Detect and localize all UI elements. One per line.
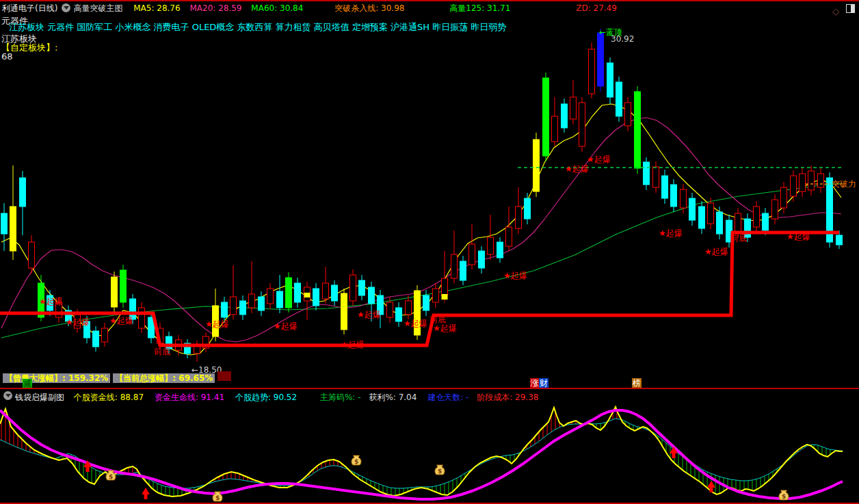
chart-label: ★起爆 bbox=[274, 321, 298, 331]
candle-body bbox=[754, 207, 760, 227]
chart-label: ★起爆 bbox=[39, 297, 63, 306]
gain-stats-row: 【曾最大涨幅】: 159.32%【当前总涨幅】: 69.65% bbox=[3, 371, 234, 383]
candle-body bbox=[350, 275, 356, 301]
chart-label: ★起爆 bbox=[787, 232, 810, 241]
trading-app-window: ★起爆★起爆★起爆前底←18.50★起爆★起爆★起爆★起爆★起爆前底★起爆★起爆… bbox=[0, 0, 859, 504]
chart-label: 前底 bbox=[730, 233, 747, 243]
svg-text:$: $ bbox=[109, 473, 113, 480]
ma20-value: MA20: 28.59 bbox=[189, 3, 241, 13]
candle-body bbox=[635, 92, 641, 168]
chart-label: ★起爆 bbox=[404, 319, 427, 328]
ma60-value: MA60: 30.84 bbox=[251, 3, 303, 13]
candle-body bbox=[29, 242, 35, 268]
candle-body bbox=[396, 308, 402, 321]
candle-body bbox=[222, 302, 228, 317]
main-indicator-name[interactable]: 高量突破主图 bbox=[73, 3, 122, 13]
fund-life-line-value: 资金生命线: 91.41 bbox=[155, 393, 224, 402]
candle-body bbox=[414, 291, 421, 335]
chart-label: ★起爆 bbox=[205, 319, 229, 329]
candle-body bbox=[561, 104, 568, 128]
candle-body bbox=[387, 302, 393, 317]
chart-label: ★起爆 bbox=[357, 310, 381, 319]
candle-body bbox=[516, 207, 522, 228]
zhang-badge: 涨 bbox=[530, 378, 540, 388]
candle-body bbox=[406, 301, 412, 315]
candle-body bbox=[286, 278, 292, 308]
stock-title: 利通电子(日线) bbox=[2, 3, 57, 13]
candle-body bbox=[552, 116, 558, 142]
svg-text:$: $ bbox=[215, 494, 220, 501]
chart-label: ★起爆 bbox=[565, 164, 589, 174]
diamond-icon[interactable]: ◇ bbox=[832, 6, 839, 16]
ma5-value: MA5: 28.76 bbox=[133, 3, 180, 13]
fund-line bbox=[0, 407, 843, 496]
chevron-down-icon[interactable] bbox=[62, 3, 70, 12]
chart-label: ★起爆 bbox=[704, 247, 728, 256]
candle-body bbox=[323, 283, 329, 299]
candle-body bbox=[277, 291, 283, 308]
candle-body bbox=[359, 280, 365, 295]
candle-body bbox=[249, 294, 255, 308]
jian-badge: 减 bbox=[23, 379, 32, 388]
split-window-icon[interactable] bbox=[846, 4, 855, 13]
chart-label: ★起爆 bbox=[587, 155, 611, 164]
candle-body bbox=[772, 200, 778, 219]
position-days: 建仓天数: - bbox=[427, 393, 468, 402]
chevron-down-icon[interactable] bbox=[3, 391, 12, 400]
candle-body bbox=[570, 97, 577, 119]
zd-value: ZD: 27.49 bbox=[576, 3, 617, 13]
candle-body bbox=[607, 63, 613, 97]
highvol-band bbox=[442, 294, 448, 300]
candle-body bbox=[717, 212, 723, 234]
candle-body bbox=[625, 103, 631, 126]
main-and-sub-chart-canvas[interactable]: ★起爆★起爆★起爆前底←18.50★起爆★起爆★起爆★起爆★起爆前底★起爆★起爆… bbox=[0, 1, 859, 504]
candle-body bbox=[799, 174, 806, 191]
candle-body bbox=[341, 293, 347, 330]
chart-label: ★起爆 bbox=[433, 323, 457, 333]
candle-body bbox=[259, 297, 265, 310]
candle-body bbox=[644, 162, 650, 185]
money-bag-icon: $ bbox=[779, 490, 789, 500]
highvol-band bbox=[304, 293, 310, 297]
bang-badge: 榜 bbox=[632, 378, 642, 388]
sub-indicator-name[interactable]: 钱袋启爆副图 bbox=[15, 393, 64, 402]
candle-body bbox=[332, 285, 338, 301]
gaoliang125-value: 高量125: 31.71 bbox=[449, 3, 510, 13]
fund-line-value: 个股资金线: 88.87 bbox=[74, 393, 144, 402]
max-gain-chip: 【曾最大涨幅】: 159.32% bbox=[3, 373, 110, 383]
candle-body bbox=[699, 207, 705, 228]
candle-body bbox=[525, 198, 531, 219]
candle-body bbox=[102, 328, 108, 342]
candle-body bbox=[579, 103, 585, 146]
life-line bbox=[0, 410, 843, 499]
candle-body bbox=[469, 244, 475, 265]
candle-body bbox=[689, 198, 696, 220]
candle-body bbox=[533, 140, 540, 191]
chart-label: 前底 bbox=[154, 347, 170, 356]
candle-body bbox=[369, 287, 375, 304]
candle-body bbox=[616, 82, 622, 116]
chart-label: ★起爆 bbox=[66, 317, 90, 327]
candle-body bbox=[423, 295, 430, 310]
svg-text:$: $ bbox=[354, 458, 358, 465]
candle-body bbox=[313, 289, 319, 306]
candle-body bbox=[836, 235, 843, 245]
svg-text:$: $ bbox=[438, 468, 442, 475]
chart-label: 30.92 bbox=[611, 34, 634, 44]
candle-body bbox=[10, 207, 16, 251]
stage-cost: 阶段成本: 29.38 bbox=[477, 393, 538, 402]
chart-label: 突破力 bbox=[832, 179, 856, 189]
main-chip-percent: 主筹码%: - bbox=[320, 393, 361, 402]
titlebar: 利通电子(日线)高量突破主图 MA5: 28.76 MA20: 28.59 MA… bbox=[0, 3, 859, 15]
candle-body bbox=[1, 213, 8, 234]
sector-tags-row[interactable]: 江苏板块 元器件 国防军工 小米概念 消费电子 OLED概念 东数西算 算力租赁… bbox=[9, 21, 506, 34]
candle-body bbox=[20, 178, 26, 207]
candle-body bbox=[763, 213, 769, 230]
chart-label: ★起爆 bbox=[109, 316, 133, 326]
candle-body bbox=[671, 185, 677, 207]
candle-body bbox=[662, 176, 668, 198]
candle-body bbox=[230, 297, 237, 315]
buy-arrow-icon bbox=[707, 481, 715, 492]
current-gain-chip: 【当前总涨幅】: 69.65% bbox=[113, 373, 215, 383]
chart-label: ★起爆 bbox=[503, 271, 527, 280]
